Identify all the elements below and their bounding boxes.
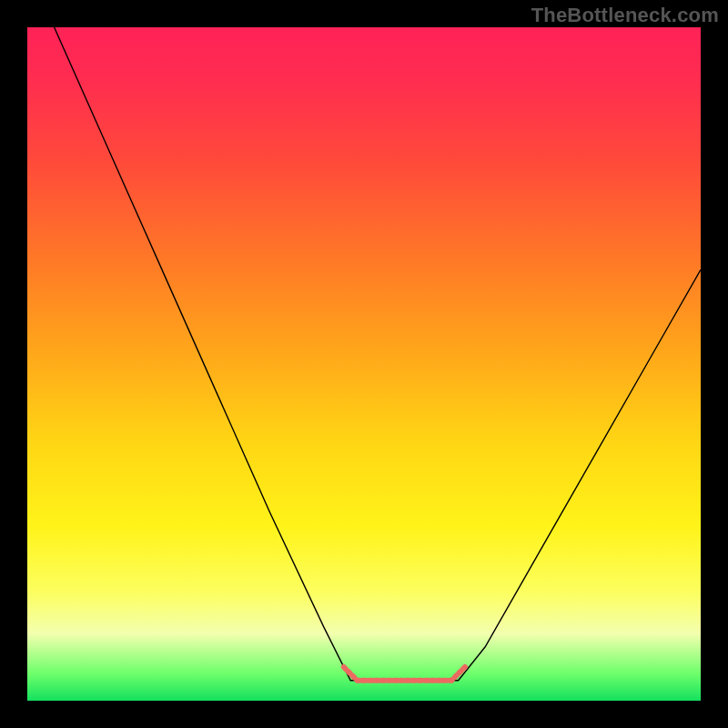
chart-svg <box>27 27 701 701</box>
series-highlight <box>344 667 465 681</box>
chart-frame: TheBottleneck.com <box>0 0 728 728</box>
series-curve <box>55 27 701 681</box>
plot-area <box>27 27 701 701</box>
watermark-text: TheBottleneck.com <box>531 4 719 27</box>
